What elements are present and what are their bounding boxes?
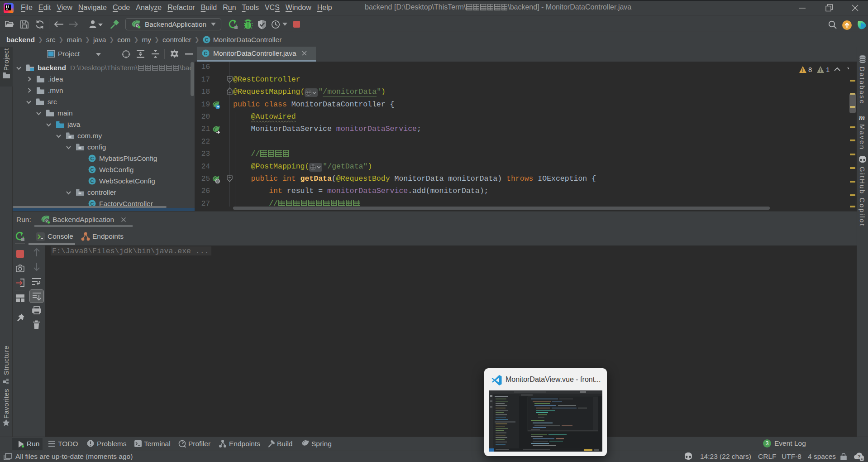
- svg-text:C: C: [91, 156, 94, 161]
- svg-text:C: C: [91, 167, 94, 173]
- svg-text:C: C: [204, 51, 208, 56]
- svg-text:C: C: [205, 37, 208, 43]
- svg-text:C: C: [91, 178, 94, 184]
- svg-text:C: C: [91, 201, 94, 207]
- svg-text:m: m: [859, 114, 865, 121]
